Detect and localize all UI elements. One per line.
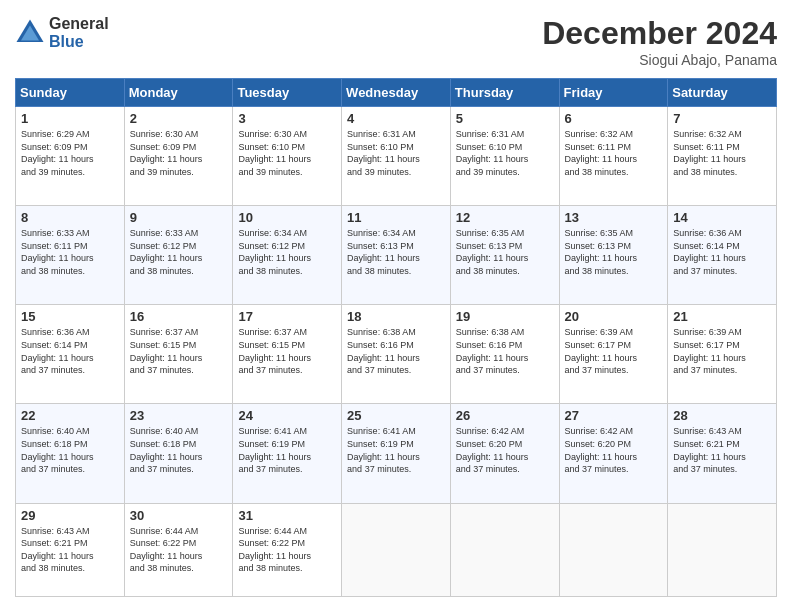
calendar-week-row: 22 Sunrise: 6:40 AMSunset: 6:18 PMDaylig…	[16, 404, 777, 503]
calendar-cell: 1 Sunrise: 6:29 AMSunset: 6:09 PMDayligh…	[16, 107, 125, 206]
day-number: 27	[565, 408, 663, 423]
calendar-cell	[668, 503, 777, 596]
calendar-week-row: 1 Sunrise: 6:29 AMSunset: 6:09 PMDayligh…	[16, 107, 777, 206]
calendar-cell: 14 Sunrise: 6:36 AMSunset: 6:14 PMDaylig…	[668, 206, 777, 305]
day-number: 17	[238, 309, 336, 324]
day-info: Sunrise: 6:31 AMSunset: 6:10 PMDaylight:…	[456, 128, 554, 178]
day-number: 23	[130, 408, 228, 423]
calendar-day-header: Wednesday	[342, 79, 451, 107]
day-number: 24	[238, 408, 336, 423]
calendar-week-row: 29 Sunrise: 6:43 AMSunset: 6:21 PMDaylig…	[16, 503, 777, 596]
day-number: 12	[456, 210, 554, 225]
month-title: December 2024	[542, 15, 777, 52]
day-number: 14	[673, 210, 771, 225]
day-info: Sunrise: 6:43 AMSunset: 6:21 PMDaylight:…	[21, 525, 119, 575]
day-info: Sunrise: 6:40 AMSunset: 6:18 PMDaylight:…	[130, 425, 228, 475]
day-number: 25	[347, 408, 445, 423]
calendar-cell: 15 Sunrise: 6:36 AMSunset: 6:14 PMDaylig…	[16, 305, 125, 404]
day-info: Sunrise: 6:35 AMSunset: 6:13 PMDaylight:…	[565, 227, 663, 277]
calendar-cell: 22 Sunrise: 6:40 AMSunset: 6:18 PMDaylig…	[16, 404, 125, 503]
day-info: Sunrise: 6:40 AMSunset: 6:18 PMDaylight:…	[21, 425, 119, 475]
calendar-cell: 8 Sunrise: 6:33 AMSunset: 6:11 PMDayligh…	[16, 206, 125, 305]
day-number: 15	[21, 309, 119, 324]
day-info: Sunrise: 6:33 AMSunset: 6:12 PMDaylight:…	[130, 227, 228, 277]
day-info: Sunrise: 6:41 AMSunset: 6:19 PMDaylight:…	[347, 425, 445, 475]
calendar-day-header: Friday	[559, 79, 668, 107]
calendar-cell: 7 Sunrise: 6:32 AMSunset: 6:11 PMDayligh…	[668, 107, 777, 206]
calendar-cell: 20 Sunrise: 6:39 AMSunset: 6:17 PMDaylig…	[559, 305, 668, 404]
page: General Blue December 2024 Siogui Abajo,…	[0, 0, 792, 612]
day-info: Sunrise: 6:39 AMSunset: 6:17 PMDaylight:…	[565, 326, 663, 376]
calendar-cell: 29 Sunrise: 6:43 AMSunset: 6:21 PMDaylig…	[16, 503, 125, 596]
day-number: 13	[565, 210, 663, 225]
day-info: Sunrise: 6:36 AMSunset: 6:14 PMDaylight:…	[21, 326, 119, 376]
day-info: Sunrise: 6:34 AMSunset: 6:13 PMDaylight:…	[347, 227, 445, 277]
day-number: 21	[673, 309, 771, 324]
calendar-cell: 13 Sunrise: 6:35 AMSunset: 6:13 PMDaylig…	[559, 206, 668, 305]
calendar-cell: 21 Sunrise: 6:39 AMSunset: 6:17 PMDaylig…	[668, 305, 777, 404]
day-number: 26	[456, 408, 554, 423]
day-number: 18	[347, 309, 445, 324]
logo-icon	[15, 18, 45, 48]
logo-blue: Blue	[49, 33, 109, 51]
calendar-cell: 24 Sunrise: 6:41 AMSunset: 6:19 PMDaylig…	[233, 404, 342, 503]
calendar: SundayMondayTuesdayWednesdayThursdayFrid…	[15, 78, 777, 597]
calendar-day-header: Tuesday	[233, 79, 342, 107]
calendar-cell: 5 Sunrise: 6:31 AMSunset: 6:10 PMDayligh…	[450, 107, 559, 206]
calendar-header-row: SundayMondayTuesdayWednesdayThursdayFrid…	[16, 79, 777, 107]
calendar-cell: 23 Sunrise: 6:40 AMSunset: 6:18 PMDaylig…	[124, 404, 233, 503]
calendar-cell: 11 Sunrise: 6:34 AMSunset: 6:13 PMDaylig…	[342, 206, 451, 305]
day-info: Sunrise: 6:32 AMSunset: 6:11 PMDaylight:…	[673, 128, 771, 178]
day-info: Sunrise: 6:42 AMSunset: 6:20 PMDaylight:…	[456, 425, 554, 475]
logo-text: General Blue	[49, 15, 109, 50]
day-info: Sunrise: 6:32 AMSunset: 6:11 PMDaylight:…	[565, 128, 663, 178]
day-info: Sunrise: 6:29 AMSunset: 6:09 PMDaylight:…	[21, 128, 119, 178]
day-number: 2	[130, 111, 228, 126]
day-number: 11	[347, 210, 445, 225]
calendar-cell: 2 Sunrise: 6:30 AMSunset: 6:09 PMDayligh…	[124, 107, 233, 206]
calendar-cell: 16 Sunrise: 6:37 AMSunset: 6:15 PMDaylig…	[124, 305, 233, 404]
day-info: Sunrise: 6:30 AMSunset: 6:09 PMDaylight:…	[130, 128, 228, 178]
calendar-week-row: 8 Sunrise: 6:33 AMSunset: 6:11 PMDayligh…	[16, 206, 777, 305]
day-number: 30	[130, 508, 228, 523]
day-info: Sunrise: 6:36 AMSunset: 6:14 PMDaylight:…	[673, 227, 771, 277]
day-info: Sunrise: 6:42 AMSunset: 6:20 PMDaylight:…	[565, 425, 663, 475]
calendar-cell	[342, 503, 451, 596]
day-info: Sunrise: 6:33 AMSunset: 6:11 PMDaylight:…	[21, 227, 119, 277]
calendar-cell: 6 Sunrise: 6:32 AMSunset: 6:11 PMDayligh…	[559, 107, 668, 206]
header: General Blue December 2024 Siogui Abajo,…	[15, 15, 777, 68]
logo: General Blue	[15, 15, 109, 50]
day-number: 5	[456, 111, 554, 126]
day-info: Sunrise: 6:30 AMSunset: 6:10 PMDaylight:…	[238, 128, 336, 178]
logo-general: General	[49, 15, 109, 33]
day-number: 28	[673, 408, 771, 423]
day-number: 19	[456, 309, 554, 324]
calendar-cell: 26 Sunrise: 6:42 AMSunset: 6:20 PMDaylig…	[450, 404, 559, 503]
calendar-day-header: Monday	[124, 79, 233, 107]
day-number: 6	[565, 111, 663, 126]
day-number: 1	[21, 111, 119, 126]
day-info: Sunrise: 6:38 AMSunset: 6:16 PMDaylight:…	[456, 326, 554, 376]
calendar-cell	[559, 503, 668, 596]
day-info: Sunrise: 6:44 AMSunset: 6:22 PMDaylight:…	[238, 525, 336, 575]
calendar-cell: 27 Sunrise: 6:42 AMSunset: 6:20 PMDaylig…	[559, 404, 668, 503]
calendar-cell: 3 Sunrise: 6:30 AMSunset: 6:10 PMDayligh…	[233, 107, 342, 206]
day-info: Sunrise: 6:41 AMSunset: 6:19 PMDaylight:…	[238, 425, 336, 475]
calendar-cell: 28 Sunrise: 6:43 AMSunset: 6:21 PMDaylig…	[668, 404, 777, 503]
day-info: Sunrise: 6:31 AMSunset: 6:10 PMDaylight:…	[347, 128, 445, 178]
day-info: Sunrise: 6:37 AMSunset: 6:15 PMDaylight:…	[238, 326, 336, 376]
calendar-cell: 4 Sunrise: 6:31 AMSunset: 6:10 PMDayligh…	[342, 107, 451, 206]
day-number: 7	[673, 111, 771, 126]
day-number: 10	[238, 210, 336, 225]
calendar-cell: 9 Sunrise: 6:33 AMSunset: 6:12 PMDayligh…	[124, 206, 233, 305]
calendar-cell	[450, 503, 559, 596]
day-number: 3	[238, 111, 336, 126]
day-number: 16	[130, 309, 228, 324]
day-info: Sunrise: 6:43 AMSunset: 6:21 PMDaylight:…	[673, 425, 771, 475]
day-number: 8	[21, 210, 119, 225]
calendar-cell: 31 Sunrise: 6:44 AMSunset: 6:22 PMDaylig…	[233, 503, 342, 596]
day-number: 4	[347, 111, 445, 126]
day-number: 20	[565, 309, 663, 324]
location: Siogui Abajo, Panama	[542, 52, 777, 68]
calendar-cell: 10 Sunrise: 6:34 AMSunset: 6:12 PMDaylig…	[233, 206, 342, 305]
